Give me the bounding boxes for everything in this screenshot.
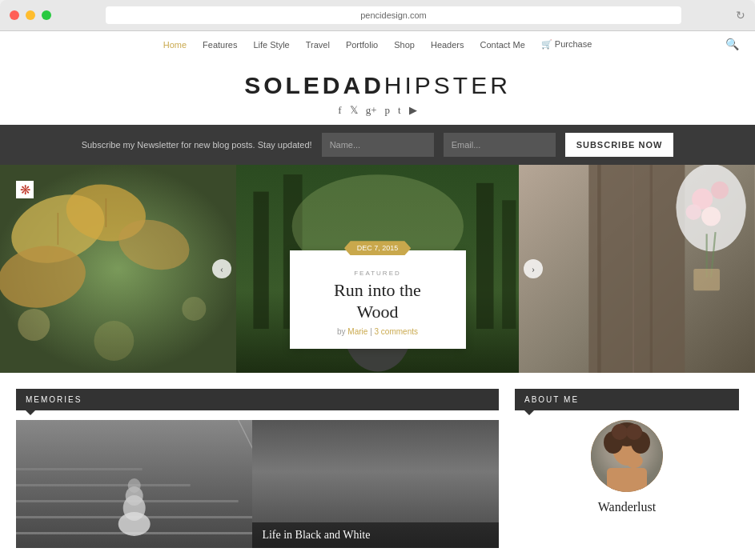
- tree-flowers-image: [519, 165, 755, 373]
- facebook-icon[interactable]: f: [338, 104, 341, 117]
- site-logo[interactable]: SOLEDADHIPSTER: [16, 72, 739, 99]
- youtube-icon[interactable]: ▶: [409, 104, 417, 117]
- svg-point-46: [128, 478, 141, 493]
- logo-area: SOLEDADHIPSTER f 𝕏 g+ p t ▶: [0, 58, 755, 125]
- nav-portfolio[interactable]: Portfolio: [346, 40, 378, 50]
- svg-rect-14: [502, 200, 516, 329]
- twitter-icon[interactable]: 𝕏: [350, 104, 358, 117]
- newsletter-name-input[interactable]: [322, 133, 434, 157]
- featured-card: DEC 7, 2015 FEATURED Run into the Wood b…: [290, 250, 466, 349]
- svg-point-29: [711, 182, 729, 199]
- browser-close-dot[interactable]: [10, 10, 19, 20]
- svg-rect-11: [253, 192, 268, 329]
- nav-headers[interactable]: Headers: [431, 40, 464, 50]
- slider-arrow-right[interactable]: ›: [524, 259, 543, 278]
- about-avatar: [591, 420, 663, 492]
- autumn-leaves-image: [0, 165, 236, 373]
- browser-minimize-dot[interactable]: [26, 10, 35, 20]
- nav-travel[interactable]: Travel: [306, 40, 330, 50]
- hero-slider: ❋: [0, 165, 755, 373]
- svg-point-54: [612, 424, 628, 440]
- svg-rect-25: [650, 165, 653, 373]
- svg-rect-23: [589, 165, 685, 373]
- nav-lifestyle[interactable]: Life Style: [253, 40, 289, 50]
- refresh-icon[interactable]: ↻: [736, 9, 745, 22]
- memories-post-title[interactable]: Life in Black and White: [252, 522, 499, 548]
- featured-meta: by Marie | 3 comments: [312, 327, 444, 336]
- nav-shop[interactable]: Shop: [394, 40, 415, 50]
- newsletter-text: Subscribe my Newsletter for new blog pos…: [82, 140, 312, 150]
- svg-rect-39: [16, 484, 191, 486]
- tumblr-icon[interactable]: t: [398, 104, 401, 117]
- about-section-header: ABOUT ME: [515, 389, 739, 410]
- memories-section-header: MEMORIES: [16, 389, 499, 410]
- memories-column: MEMORIES: [16, 389, 499, 548]
- svg-point-55: [626, 424, 642, 440]
- avatar-image: [591, 420, 663, 492]
- newsletter-bar: Subscribe my Newsletter for new blog pos…: [0, 125, 755, 165]
- featured-date-badge: DEC 7, 2015: [344, 241, 412, 255]
- svg-rect-34: [694, 269, 721, 290]
- about-column: ABOUT ME: [515, 389, 739, 548]
- svg-rect-26: [633, 165, 634, 373]
- featured-author[interactable]: Marie: [347, 327, 367, 336]
- newsletter-email-input[interactable]: [444, 133, 556, 157]
- website-content: Home Features Life Style Travel Portfoli…: [0, 31, 755, 560]
- top-nav: Home Features Life Style Travel Portfoli…: [0, 31, 755, 58]
- snowflake-icon: ❋: [16, 181, 34, 198]
- staircase-image: [16, 420, 252, 548]
- googleplus-icon[interactable]: g+: [366, 104, 377, 117]
- social-icons-bar: f 𝕏 g+ p t ▶: [16, 104, 739, 117]
- svg-point-9: [94, 321, 134, 361]
- featured-comments: 3 comments: [375, 327, 418, 336]
- memories-image: Life in Black and White: [16, 420, 499, 548]
- svg-point-7: [18, 309, 50, 341]
- browser-chrome: pencidesign.com ↻: [0, 0, 755, 31]
- browser-maximize-dot[interactable]: [42, 10, 51, 20]
- pinterest-icon[interactable]: p: [385, 104, 391, 117]
- hero-panel-center: DEC 7, 2015 FEATURED Run into the Wood b…: [236, 165, 520, 373]
- bottom-section: MEMORIES: [0, 373, 755, 560]
- hero-panel-right: [519, 165, 755, 373]
- nav-features[interactable]: Features: [203, 40, 237, 50]
- svg-rect-40: [16, 468, 143, 470]
- featured-title: Run into the Wood: [312, 280, 444, 322]
- svg-rect-24: [598, 165, 601, 373]
- svg-point-30: [701, 207, 721, 226]
- nav-contact[interactable]: Contact Me: [480, 40, 525, 50]
- featured-label: FEATURED: [312, 270, 444, 277]
- svg-point-31: [686, 204, 702, 220]
- svg-rect-13: [476, 183, 493, 329]
- about-name: Wanderlust: [515, 500, 739, 514]
- nav-purchase[interactable]: 🛒 Purchase: [541, 39, 592, 50]
- url-bar[interactable]: pencidesign.com: [106, 6, 681, 24]
- svg-point-8: [182, 297, 206, 321]
- nav-home[interactable]: Home: [163, 40, 187, 50]
- subscribe-button[interactable]: SUBSCRIBE NOW: [565, 133, 674, 157]
- svg-rect-57: [607, 468, 647, 492]
- hero-panel-left: ❋: [0, 165, 236, 373]
- search-icon[interactable]: 🔍: [725, 38, 739, 51]
- slider-arrow-left[interactable]: ‹: [212, 259, 231, 278]
